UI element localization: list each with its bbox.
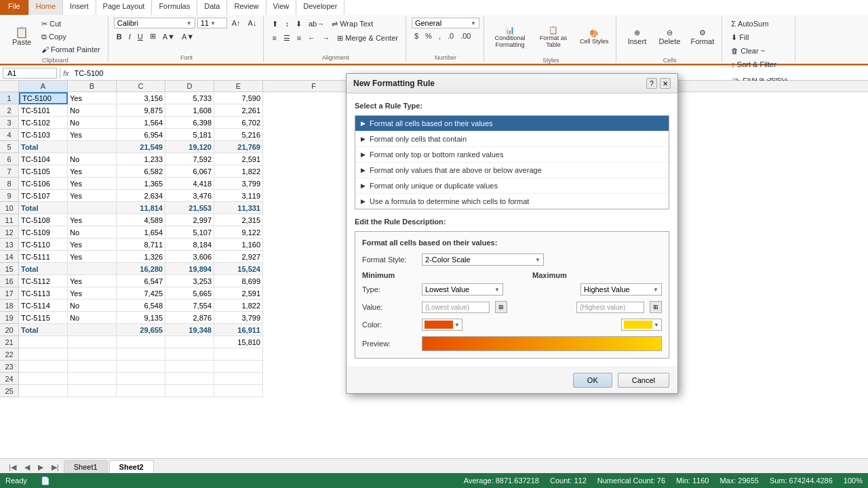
rule-item-2[interactable]: ▶ Format only top or bottom ranked value…	[355, 147, 669, 163]
preview-label: Preview:	[362, 340, 416, 348]
dialog-close-button[interactable]: ✕	[660, 78, 671, 89]
max-color-picker[interactable]: ▼	[621, 319, 662, 331]
rule-arrow-5: ▶	[361, 198, 366, 205]
preview-bar	[422, 336, 662, 351]
value-label: Value:	[362, 303, 416, 311]
rule-label-5: Use a formula to determine which cells t…	[370, 197, 529, 205]
min-max-section: Minimum Maximum	[362, 271, 662, 283]
rule-type-section-label: Select a Rule Type:	[355, 102, 669, 110]
rule-arrow-1: ▶	[361, 136, 366, 142]
max-color-arrow: ▼	[654, 322, 659, 328]
dialog-title: New Formatting Rule	[353, 79, 435, 88]
rule-label-1: Format only cells that contain	[370, 135, 467, 143]
rule-arrow-2: ▶	[361, 151, 366, 158]
min-type-arrow: ▼	[494, 287, 500, 293]
type-label: Type:	[362, 285, 416, 293]
cancel-button[interactable]: Cancel	[618, 373, 669, 388]
max-type-arrow: ▼	[653, 287, 658, 293]
min-value-cell-ref-button[interactable]: ⊞	[495, 301, 507, 313]
maximum-section: Maximum	[532, 271, 662, 283]
rule-arrow-0: ▶	[361, 120, 366, 127]
max-color-swatch	[624, 321, 652, 329]
dialog-controls: ? ✕	[646, 78, 671, 89]
edit-rule-section-label: Edit the Rule Description:	[355, 218, 669, 226]
min-value-input[interactable]: (Lowest value)	[422, 302, 490, 313]
format-style-arrow: ▼	[535, 257, 540, 263]
format-style-select[interactable]: 2-Color Scale ▼	[422, 253, 544, 266]
dialog-footer: OK Cancel	[347, 367, 677, 393]
rule-arrow-4: ▶	[361, 182, 366, 189]
new-formatting-rule-dialog: New Formatting Rule ? ✕ Select a Rule Ty…	[346, 73, 678, 394]
value-row: Value: (Lowest value) ⊞ (Highest value) …	[362, 301, 662, 313]
ok-button[interactable]: OK	[573, 373, 612, 388]
format-style-row: Format Style: 2-Color Scale ▼	[362, 253, 662, 266]
edit-rule-section: Format all cells based on their values: …	[355, 231, 669, 359]
rule-item-1[interactable]: ▶ Format only cells that contain	[355, 131, 669, 147]
preview-row: Preview:	[362, 336, 662, 351]
max-value-cell-ref-button[interactable]: ⊞	[650, 301, 662, 313]
dialog-titlebar: New Formatting Rule ? ✕	[347, 74, 677, 94]
dialog-content: Select a Rule Type: ▶ Format all cells b…	[347, 94, 677, 367]
color-row: Color: ▼ ▼	[362, 319, 662, 331]
edit-description-title: Format all cells based on their values:	[362, 239, 662, 247]
min-color-picker[interactable]: ▼	[422, 319, 462, 331]
minimum-section: Minimum	[362, 271, 492, 283]
min-type-select[interactable]: Lowest Value ▼	[422, 283, 503, 296]
min-color-swatch	[425, 321, 453, 329]
rule-arrow-3: ▶	[361, 167, 366, 174]
rule-label-4: Format only unique or duplicate values	[370, 182, 498, 190]
type-row: Type: Lowest Value ▼ Highest Value ▼	[362, 283, 662, 296]
rule-item-3[interactable]: ▶ Format only values that are above or b…	[355, 163, 669, 178]
rule-label-0: Format all cells based on their values	[370, 119, 493, 127]
dialog-help-button[interactable]: ?	[646, 78, 657, 89]
rule-item-0[interactable]: ▶ Format all cells based on their values	[355, 116, 669, 131]
maximum-label: Maximum	[532, 271, 662, 279]
minimum-label: Minimum	[362, 271, 492, 279]
dialog-overlay: New Formatting Rule ? ✕ Select a Rule Ty…	[0, 0, 868, 488]
rule-item-5[interactable]: ▶ Use a formula to determine which cells…	[355, 194, 669, 209]
rule-type-list: ▶ Format all cells based on their values…	[355, 115, 669, 209]
min-color-arrow: ▼	[454, 322, 460, 328]
rule-label-3: Format only values that are above or bel…	[370, 166, 542, 174]
format-style-label: Format Style:	[362, 256, 416, 264]
rule-label-2: Format only top or bottom ranked values	[370, 150, 503, 159]
max-value-input[interactable]: (Highest value)	[576, 302, 644, 313]
max-type-select[interactable]: Highest Value ▼	[580, 283, 662, 296]
color-label: Color:	[362, 321, 416, 329]
rule-item-4[interactable]: ▶ Format only unique or duplicate values	[355, 178, 669, 194]
